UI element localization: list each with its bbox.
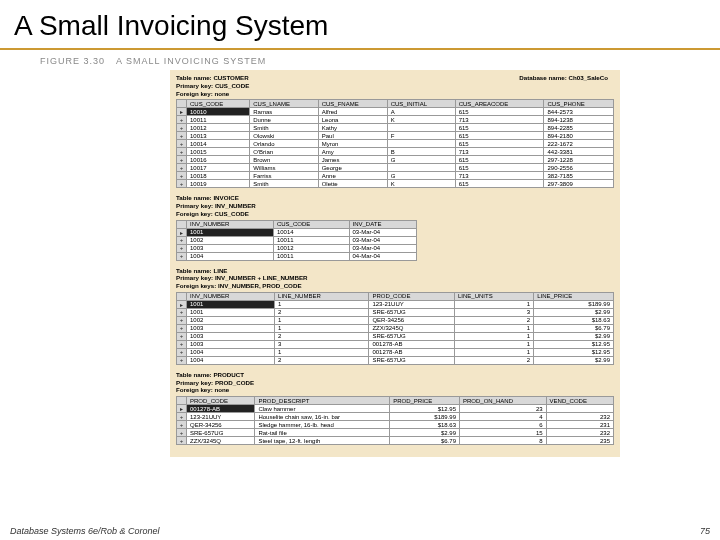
page-number: 75 <box>700 526 710 536</box>
table-row: +10019SmithOletteK615297-3809 <box>177 180 614 188</box>
table-row: +10031001203-Mar-04 <box>177 244 417 252</box>
table-row: +10032SRE-657UG1$2.99 <box>177 332 614 340</box>
table-row: +ZZX/3245QSteel tape, 12-ft. length$6.79… <box>177 437 614 445</box>
invoice-table: INV_NUMBERCUS_CODEINV_DATE▸10011001403-M… <box>176 220 417 261</box>
table-row: +10017WilliamsGeorge615290-2556 <box>177 164 614 172</box>
table-row: +10041001104-Mar-04 <box>177 252 417 260</box>
database-name: Database name: Ch03_SaleCo <box>519 74 608 81</box>
table-row: +10015O'BrianAmyB713442-3381 <box>177 148 614 156</box>
table-row: ▸10011001403-Mar-04 <box>177 228 417 236</box>
table-row: +10041001278-AB1$12.95 <box>177 348 614 356</box>
table-row: +10021001103-Mar-04 <box>177 236 417 244</box>
customer-pk-line: Primary key: CUS_CODE <box>176 82 614 90</box>
table-row: +10013OlowskiPaulF615894-2180 <box>177 132 614 140</box>
figure-content: Table name: CUSTOMER Database name: Ch03… <box>170 70 620 457</box>
table-row: +QER-34256Sledge hammer, 16-lb. head$18.… <box>177 421 614 429</box>
slide-footer: Database Systems 6e/Rob & Coronel 75 <box>10 526 710 536</box>
figure-label: FIGURE 3.30 A Small Invoicing System <box>0 52 720 70</box>
table-row: +10012SmithKathy615894-2285 <box>177 124 614 132</box>
footer-text: Database Systems 6e/Rob & Coronel <box>10 526 160 536</box>
product-table: PROD_CODEPROD_DESCRIPTPROD_PRICEPROD_ON_… <box>176 396 614 445</box>
customer-block: Table name: CUSTOMER Database name: Ch03… <box>176 74 614 188</box>
invoice-block: Table name: INVOICE Primary key: INV_NUM… <box>176 194 614 260</box>
table-row: ▸10010RamasAlfredA615844-2573 <box>177 108 614 116</box>
table-row: +10033001278-AB1$12.95 <box>177 340 614 348</box>
table-row: ▸001278-ABClaw hammer$12.9523 <box>177 405 614 413</box>
slide-title: A Small Invoicing System <box>0 0 720 48</box>
table-row: +10012SRE-657UG3$2.99 <box>177 308 614 316</box>
table-row: +10011DunneLeonaK713894-1238 <box>177 116 614 124</box>
figure-number: FIGURE 3.30 <box>40 56 105 66</box>
table-row: +10014OrlandoMyron615222-1672 <box>177 140 614 148</box>
product-block: Table name: PRODUCT Primary key: PROD_CO… <box>176 371 614 445</box>
table-row: +10021QER-342562$18.63 <box>177 316 614 324</box>
title-underline <box>0 48 720 50</box>
customer-fk-line: Foreign key: none <box>176 90 614 98</box>
table-row: +10016BrownJamesG615297-1228 <box>177 156 614 164</box>
customer-table: CUS_CODECUS_LNAMECUS_FNAMECUS_INITIALCUS… <box>176 99 614 188</box>
table-row: +10042SRE-657UG2$2.99 <box>177 356 614 364</box>
table-row: ▸10011123-21UUY1$189.99 <box>177 300 614 308</box>
line-table: INV_NUMBERLINE_NUMBERPROD_CODELINE_UNITS… <box>176 292 614 365</box>
table-row: +SRE-657UGRat-tail file$2.9915232 <box>177 429 614 437</box>
figure-title: A Small Invoicing System <box>116 56 266 66</box>
line-block: Table name: LINE Primary key: INV_NUMBER… <box>176 267 614 365</box>
table-row: +10018FarrissAnneG713382-7185 <box>177 172 614 180</box>
table-row: +10031ZZX/3245Q1$6.79 <box>177 324 614 332</box>
table-row: +123-21UUYHouselite chain saw, 16-in. ba… <box>177 413 614 421</box>
